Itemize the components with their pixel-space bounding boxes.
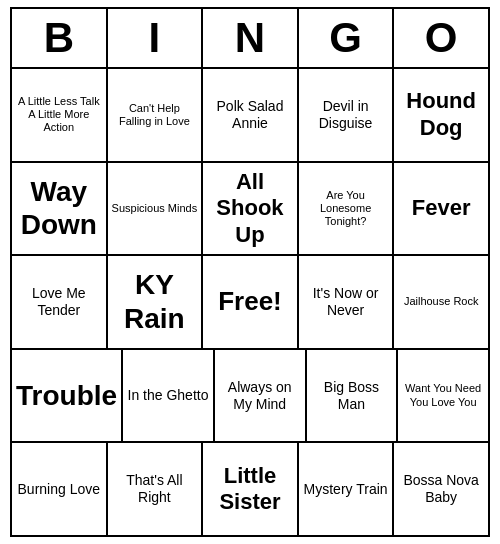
bingo-row: A Little Less Talk A Little More ActionC…: [12, 69, 488, 163]
bingo-cell: Devil in Disguise: [299, 69, 395, 161]
bingo-cell: Can't Help Falling in Love: [108, 69, 204, 161]
bingo-cell: Trouble: [12, 350, 123, 442]
bingo-grid: A Little Less Talk A Little More ActionC…: [12, 69, 488, 535]
bingo-cell: A Little Less Talk A Little More Action: [12, 69, 108, 161]
bingo-cell: Always on My Mind: [215, 350, 307, 442]
bingo-cell: Mystery Train: [299, 443, 395, 535]
header-letter: B: [12, 9, 108, 67]
header-letter: N: [203, 9, 299, 67]
bingo-cell: Big Boss Man: [307, 350, 399, 442]
bingo-card: BINGO A Little Less Talk A Little More A…: [10, 7, 490, 537]
bingo-cell: Love Me Tender: [12, 256, 108, 348]
bingo-cell: Want You Need You Love You: [398, 350, 488, 442]
bingo-cell: Polk Salad Annie: [203, 69, 299, 161]
bingo-cell: Bossa Nova Baby: [394, 443, 488, 535]
bingo-cell: It's Now or Never: [299, 256, 395, 348]
bingo-cell: Burning Love: [12, 443, 108, 535]
bingo-cell: Suspicious Minds: [108, 163, 204, 255]
bingo-cell: Are You Lonesome Tonight?: [299, 163, 395, 255]
bingo-cell: In the Ghetto: [123, 350, 215, 442]
header-letter: O: [394, 9, 488, 67]
bingo-cell: Jailhouse Rock: [394, 256, 488, 348]
bingo-cell: That's All Right: [108, 443, 204, 535]
bingo-cell: Free!: [203, 256, 299, 348]
bingo-cell: Fever: [394, 163, 488, 255]
bingo-row: Love Me TenderKY RainFree!It's Now or Ne…: [12, 256, 488, 350]
bingo-cell: KY Rain: [108, 256, 204, 348]
bingo-cell: Hound Dog: [394, 69, 488, 161]
bingo-row: Way DownSuspicious MindsAll Shook UpAre …: [12, 163, 488, 257]
bingo-cell: All Shook Up: [203, 163, 299, 255]
header-letter: G: [299, 9, 395, 67]
bingo-cell: Way Down: [12, 163, 108, 255]
bingo-row: TroubleIn the GhettoAlways on My MindBig…: [12, 350, 488, 444]
bingo-header: BINGO: [12, 9, 488, 69]
bingo-cell: Little Sister: [203, 443, 299, 535]
bingo-row: Burning LoveThat's All RightLittle Siste…: [12, 443, 488, 535]
header-letter: I: [108, 9, 204, 67]
